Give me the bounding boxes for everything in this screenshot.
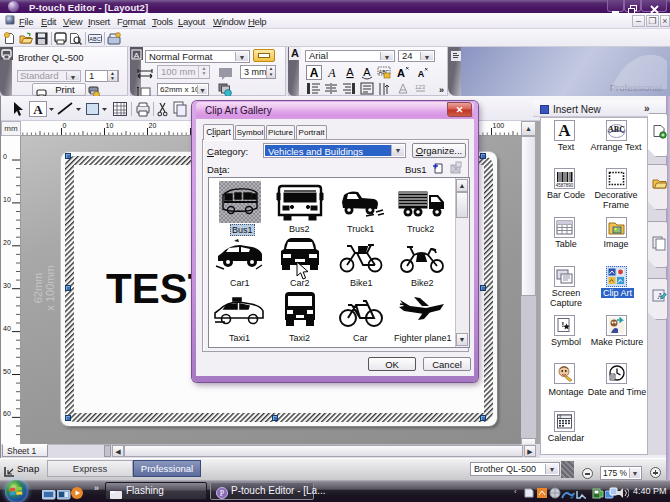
svg-text:0: 0 [63, 122, 67, 129]
svg-text:»: » [439, 85, 444, 95]
svg-text:4587890: 4587890 [556, 183, 574, 188]
svg-text:!: ! [562, 320, 565, 329]
svg-text:10: 10 [3, 196, 11, 203]
svg-text:100: 100 [493, 122, 505, 129]
svg-text:A: A [327, 66, 336, 80]
svg-text:P: P [220, 489, 225, 498]
svg-text:30: 30 [3, 282, 11, 289]
svg-text:A: A [397, 67, 405, 79]
svg-text:40: 40 [3, 325, 11, 332]
svg-text:20: 20 [149, 122, 157, 129]
svg-text:A: A [33, 102, 43, 117]
svg-text:50: 50 [3, 368, 11, 375]
svg-text:A: A [418, 69, 425, 79]
svg-text:60: 60 [3, 410, 11, 417]
svg-text:0: 0 [3, 153, 7, 160]
svg-text:ABC: ABC [89, 36, 100, 42]
svg-text:123: 123 [415, 84, 426, 90]
svg-text:A: A [363, 66, 371, 78]
svg-text:A: A [346, 66, 354, 78]
svg-text:10: 10 [106, 122, 114, 129]
svg-text:A: A [310, 66, 319, 80]
svg-text:A: A [134, 51, 140, 60]
svg-text:20: 20 [3, 239, 11, 246]
